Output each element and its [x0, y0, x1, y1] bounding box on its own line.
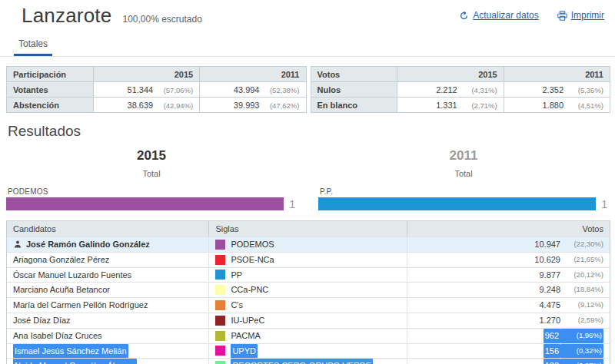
candidate-name: José Díaz Díaz — [13, 313, 71, 328]
person-icon — [13, 240, 22, 249]
header-candidates: Candidatos — [7, 221, 209, 237]
bar-party-label: PODEMOS — [8, 187, 297, 196]
votes-percent: (9,12%) — [560, 298, 603, 313]
votes-value: 156 — [544, 344, 560, 359]
table-row[interactable]: Óscar Manuel Luzardo Fuentes PP 9.877 (2… — [7, 267, 610, 283]
candidate-name: Ana Isabel Díaz Cruces — [13, 329, 102, 343]
votes-summary-table: Votos 2015 2011 Nulos 2.212 (4,31%) 2.35… — [311, 66, 611, 113]
party-name: RECORTES CERO-GRUPO VERDE — [231, 359, 373, 364]
cell-2015: 38.639 (42,94%) — [93, 98, 199, 113]
candidate-name: Neido Manuel González Álvarez — [13, 359, 137, 364]
party-color-swatch — [215, 361, 225, 364]
seats-bar — [318, 197, 596, 210]
votes-value: 962 — [544, 329, 560, 343]
table-row: Nulos 2.212 (4,31%) 2.352 (5,35%) — [311, 82, 610, 98]
candidate-name: María del Carmen Pellón Rodríguez — [13, 298, 148, 313]
participation-year-2015: 2015 — [93, 67, 199, 82]
party-color-swatch — [215, 331, 225, 341]
votes-percent: (22,30%) — [560, 237, 603, 252]
table-row[interactable]: María del Carmen Pellón Rodríguez C's 4.… — [7, 297, 610, 313]
results-charts: 2015 Total PODEMOS 1 2011 Total P.P. 1 — [6, 141, 609, 210]
table-row[interactable]: Ana Isabel Díaz Cruces PACMA 962 (1,96%) — [7, 328, 610, 343]
party-color-swatch — [215, 240, 225, 250]
value-percent: (4,31%) — [457, 86, 497, 94]
party-color-swatch — [215, 255, 225, 265]
candidate-name: Marciano Acuña Betancor — [13, 283, 110, 297]
cell-2015: 2.212 (4,31%) — [397, 82, 504, 98]
value-number: 51.344 — [128, 85, 154, 94]
summary-tables: Participación 2015 2011 Votantes 51.344 … — [6, 66, 610, 113]
cell-2011: 43.994 (52,38%) — [200, 82, 306, 98]
header-siglas: Siglas — [209, 221, 407, 237]
value-number: 38.639 — [128, 101, 154, 110]
row-label: Nulos — [311, 82, 397, 98]
table-row[interactable]: Neido Manuel González Álvarez RECORTES C… — [7, 358, 610, 364]
votes-title: Votos — [311, 67, 397, 82]
votes-percent: (1,96%) — [560, 329, 603, 343]
participation-title: Participación — [7, 67, 94, 82]
party-name: PP — [231, 268, 242, 283]
cell-2015: 51.344 (57,06%) — [93, 82, 199, 98]
votes-value: 9.248 — [539, 283, 560, 297]
votes-percent: (18,84%) — [560, 283, 603, 297]
print-link[interactable]: Imprimir — [557, 10, 604, 21]
votes-value: 133 — [544, 359, 560, 364]
printer-icon — [557, 11, 567, 21]
cell-2011: 1.880 (4,51%) — [504, 98, 610, 113]
value-percent: (47,62%) — [260, 101, 300, 110]
refresh-icon — [459, 11, 469, 21]
cell-2011: 2.352 (5,35%) — [504, 82, 610, 98]
page-header: Lanzarote 100,00% escrutado Actualizar d… — [0, 0, 615, 28]
tab-totales[interactable]: Totales — [14, 35, 52, 56]
header-actions: Actualizar datos Imprimir — [459, 4, 604, 21]
table-row[interactable]: Ariagona González Pérez PSOE-NCa 10.629 … — [7, 252, 610, 267]
table-row[interactable]: Ismael Jesús Sánchez Melián UPYD 156 (0,… — [7, 343, 610, 359]
votes-percent: (21,65%) — [560, 253, 603, 267]
votes-percent: (20,12%) — [560, 268, 603, 283]
header-votos: Votos — [407, 221, 610, 237]
party-color-swatch — [215, 346, 225, 356]
votes-value: 10.947 — [534, 237, 560, 252]
page-title: Lanzarote — [22, 4, 111, 28]
value-number: 1.880 — [542, 101, 563, 110]
bar-party-label: P.P. — [320, 187, 609, 196]
chart-2015: 2015 Total PODEMOS 1 — [6, 141, 297, 210]
chart-subtitle: Total — [318, 169, 609, 178]
party-color-swatch — [215, 270, 225, 280]
value-percent: (52,38%) — [260, 86, 300, 94]
party-name: UPYD — [231, 344, 258, 359]
table-row[interactable]: Marciano Acuña Betancor CCa-PNC 9.248 (1… — [7, 282, 610, 297]
value-number: 43.994 — [234, 85, 260, 94]
chart-subtitle: Total — [6, 169, 297, 178]
chart-year-label: 2015 — [6, 148, 297, 164]
seats-value: 1 — [601, 197, 609, 210]
header-votos-label: Votos — [414, 221, 603, 237]
candidate-name: Ariagona González Pérez — [13, 253, 109, 267]
refresh-data-link[interactable]: Actualizar datos — [459, 10, 538, 21]
row-label: Votantes — [7, 82, 94, 98]
tab-bar: Totales — [0, 35, 615, 57]
candidates-table-header: Candidatos Siglas Votos — [7, 221, 610, 237]
party-name: PSOE-NCa — [231, 253, 274, 267]
scrutiny-status: 100,00% escrutado — [122, 14, 201, 25]
value-number: 2.352 — [542, 85, 563, 94]
votes-percent: (0,32%) — [560, 344, 603, 359]
table-row: Votantes 51.344 (57,06%) 43.994 (52,38%) — [7, 82, 307, 98]
party-name: PACMA — [231, 329, 260, 343]
value-percent: (5,35%) — [563, 86, 603, 94]
participation-table: Participación 2015 2011 Votantes 51.344 … — [6, 66, 307, 113]
value-percent: (4,51%) — [563, 101, 603, 110]
party-color-swatch — [215, 300, 225, 310]
votes-percent: (2,59%) — [560, 313, 603, 328]
value-percent: (57,06%) — [153, 86, 193, 94]
participation-year-2011: 2011 — [200, 67, 306, 82]
candidates-table: Candidatos Siglas Votos José Ramón Galin… — [6, 220, 610, 364]
table-row[interactable]: José Ramón Galindo González PODEMOS 10.9… — [7, 237, 610, 252]
table-row: Abstención 38.639 (42,94%) 39.993 (47,62… — [7, 98, 307, 113]
table-row[interactable]: José Díaz Díaz IU-UPeC 1.270 (2,59%) — [7, 313, 610, 328]
row-label: Abstención — [7, 98, 94, 113]
votes-year-2015: 2015 — [397, 67, 504, 82]
value-number: 1.331 — [436, 101, 457, 110]
party-name: C's — [231, 298, 243, 313]
party-name: CCa-PNC — [231, 283, 268, 297]
